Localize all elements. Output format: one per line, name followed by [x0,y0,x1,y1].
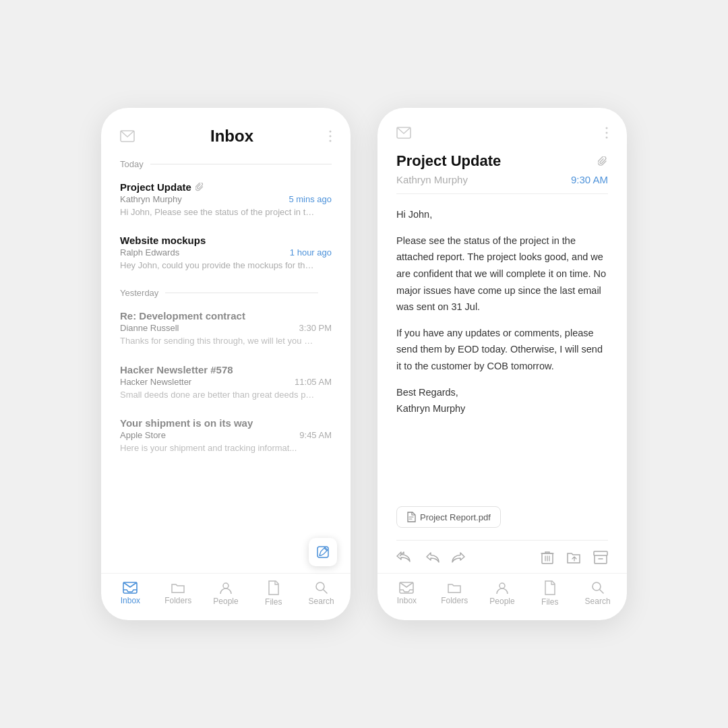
nav-label-inbox: Inbox [121,596,140,605]
nav-item-folders[interactable]: Folders [161,582,195,605]
list-item[interactable]: Project Update Kathryn Murphy 5 mins ago… [115,173,337,226]
more-icon[interactable] [329,130,332,142]
svg-point-1 [330,131,332,133]
msg-sender: Dianne Russell [120,323,179,333]
list-item[interactable]: Website mockups Ralph Edwards 1 hour ago… [115,226,337,280]
actions-divider [396,540,608,541]
reply-all-button[interactable] [396,551,413,564]
nav-item-search[interactable]: Search [305,581,338,606]
svg-point-16 [593,582,601,590]
section-today-label: Today [120,159,144,169]
archive-button[interactable] [593,551,608,564]
nav-item-inbox-right[interactable]: Inbox [390,582,423,605]
email-body-closing: Best Regards,Kathryn Murphy [396,384,608,417]
email-detail-header [377,108,627,147]
attachment-chip[interactable]: Project Report.pdf [396,506,501,528]
inbox-title: Inbox [210,127,253,146]
nav-item-folders-right[interactable]: Folders [437,582,471,605]
svg-point-10 [606,132,608,134]
inbox-phone: Inbox Today Project Update [101,108,351,620]
msg-subject: Project Update [120,181,204,193]
delete-button[interactable] [541,550,554,565]
move-button[interactable] [566,551,581,564]
mail-icon [120,130,135,142]
email-subject-row: Project Update [377,147,627,173]
attachment-icon [195,183,204,191]
svg-point-11 [606,137,608,139]
svg-point-6 [223,583,229,588]
nav-item-people-right[interactable]: People [485,581,519,606]
nav-label-search: Search [309,597,334,606]
email-subject: Project Update [396,152,501,170]
nav-label-people: People [213,597,238,606]
email-header-divider [396,193,608,194]
section-today: Today [101,154,351,173]
msg-preview: Here is your shipment and tracking infor… [120,442,315,454]
nav-label-files: Files [265,597,282,607]
nav-item-search-right[interactable]: Search [581,581,615,606]
list-item[interactable]: Re: Development contract Dianne Russell … [115,302,337,355]
reply-action-group [396,551,466,564]
svg-point-7 [316,582,324,590]
manage-action-group [541,550,608,565]
nav-label-files-right: Files [541,597,558,607]
email-body-greeting: Hi John, [396,206,608,223]
msg-sender: Ralph Edwards [120,247,179,257]
compose-button[interactable] [309,538,337,566]
bottom-nav-left: Inbox Folders People File [101,573,351,620]
msg-time: 11:05 AM [295,377,332,387]
nav-label-inbox-right: Inbox [397,596,417,605]
email-body-para2: If you have any updates or comments, ple… [396,325,608,375]
detail-mail-icon [396,127,411,139]
msg-sender: Hacker Newsletter [120,377,191,387]
svg-point-9 [606,127,608,129]
nav-item-files[interactable]: Files [257,580,291,607]
detail-more-icon[interactable] [605,127,608,139]
msg-time: 5 mins ago [289,194,332,204]
msg-sender: Apple Store [120,430,166,440]
nav-label-search-right: Search [585,597,611,606]
msg-preview: Thanks for sending this through, we will… [120,335,315,347]
section-yesterday-label: Yesterday [120,288,158,298]
msg-subject: Website mockups [120,235,206,246]
msg-subject: Re: Development contract [120,310,245,322]
attachment-row: Project Report.pdf [377,497,627,537]
svg-point-3 [330,140,332,142]
email-time: 9:30 AM [571,174,608,185]
nav-item-people[interactable]: People [209,581,243,606]
nav-label-people-right: People [489,597,514,606]
inbox-header: Inbox [101,108,351,154]
msg-subject: Hacker Newsletter #578 [120,364,233,375]
forward-button[interactable] [452,551,466,564]
section-yesterday-line [165,293,318,293]
msg-sender: Kathryn Murphy [120,194,182,204]
nav-item-inbox[interactable]: Inbox [113,582,147,605]
msg-time: 3:30 PM [299,323,332,333]
email-actions-bar [377,550,627,573]
svg-rect-13 [594,551,607,555]
msg-time: 1 hour ago [290,247,332,257]
message-list: Project Update Kathryn Murphy 5 mins ago… [101,173,351,573]
email-body-para1: Please see the status of the project in … [396,233,608,315]
email-sender: Kathryn Murphy [396,174,468,185]
email-from-row: Kathryn Murphy 9:30 AM [377,173,627,193]
reply-button[interactable] [425,551,439,564]
svg-point-15 [499,583,505,588]
email-detail-phone: Project Update Kathryn Murphy 9:30 AM Hi… [377,108,627,620]
msg-preview: Small deeds done are better than great d… [120,389,315,401]
nav-label-folders-right: Folders [441,596,468,605]
nav-label-folders: Folders [164,596,191,605]
list-item[interactable]: Your shipment is on its way Apple Store … [115,409,337,462]
section-today-line [150,164,332,164]
msg-preview: Hey John, could you provide the mockups … [120,260,315,272]
msg-preview: Hi John, Please see the status of the pr… [120,206,315,218]
attachment-filename: Project Report.pdf [420,512,491,522]
email-attach-icon [598,156,608,166]
app-container: Inbox Today Project Update [61,67,667,661]
msg-subject: Your shipment is on its way [120,417,253,429]
msg-time: 9:45 AM [299,430,332,440]
nav-item-files-right[interactable]: Files [533,580,567,607]
email-body: Hi John, Please see the status of the pr… [377,206,627,497]
bottom-nav-right: Inbox Folders People File [377,573,627,620]
list-item[interactable]: Hacker Newsletter #578 Hacker Newsletter… [115,356,337,409]
